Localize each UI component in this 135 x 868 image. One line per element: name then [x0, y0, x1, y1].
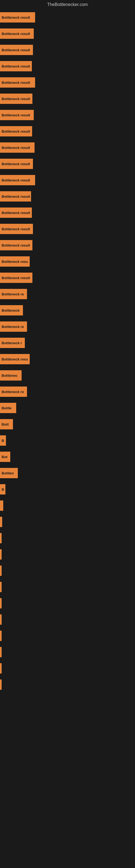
bar-38 [0, 631, 2, 641]
bar-31 [0, 517, 2, 527]
bar-label-27: Bot [2, 455, 8, 459]
bar-row-32 [0, 530, 135, 546]
bar-label-19: Bottleneck re [2, 325, 24, 329]
bar-label-5: Bottleneck result [2, 97, 30, 101]
bar-39 [0, 647, 2, 657]
bar-row-3: Bottleneck result [0, 58, 135, 74]
bar-label-10: Bottleneck result [2, 178, 30, 182]
bar-15: Bottleneck resu [0, 256, 30, 267]
bar-17: Bottleneck re [0, 289, 27, 299]
bar-18: Bottleneck [0, 305, 23, 315]
bar-33 [0, 549, 2, 560]
bar-row-23: Bottleneck re [0, 383, 135, 400]
bar-32 [0, 533, 2, 543]
bar-1: Bottleneck result [0, 29, 34, 39]
bar-23: Bottleneck re [0, 386, 27, 397]
bar-label-29: B [2, 488, 4, 492]
bar-label-20: Bottleneck r [2, 341, 22, 345]
bar-row-10: Bottleneck result [0, 172, 135, 188]
bar-row-22: Bottlenec [0, 367, 135, 383]
bar-26: B [0, 435, 6, 446]
bar-row-0: Bottleneck result [0, 9, 135, 26]
bar-row-14: Bottleneck result [0, 237, 135, 253]
bar-label-18: Bottleneck [2, 308, 19, 312]
bar-20: Bottleneck r [0, 338, 25, 348]
bar-10: Bottleneck result [0, 175, 35, 185]
bar-row-26: B [0, 432, 135, 448]
bar-row-15: Bottleneck resu [0, 253, 135, 270]
bar-row-29: B [0, 481, 135, 497]
bar-12: Bottleneck result [0, 208, 32, 218]
bar-29: B [0, 484, 5, 495]
bar-row-5: Bottleneck result [0, 91, 135, 107]
bar-row-12: Bottleneck result [0, 205, 135, 221]
site-title: TheBottlenecker.com [0, 0, 135, 9]
bar-label-0: Bottleneck result [2, 16, 30, 20]
bar-row-19: Bottleneck re [0, 318, 135, 335]
bar-41 [0, 680, 2, 690]
bar-row-21: Bottleneck resu [0, 351, 135, 367]
bar-19: Bottleneck re [0, 321, 27, 332]
bar-row-31 [0, 514, 135, 530]
bar-label-11: Bottleneck result [2, 194, 30, 198]
bar-row-4: Bottleneck result [0, 74, 135, 91]
bar-0: Bottleneck result [0, 12, 35, 23]
bar-27: Bot [0, 452, 10, 462]
bar-row-39 [0, 644, 135, 660]
bar-row-18: Bottleneck [0, 302, 135, 318]
bar-row-13: Bottleneck result [0, 221, 135, 237]
bar-row-41 [0, 677, 135, 693]
bar-label-6: Bottleneck result [2, 113, 30, 117]
bar-row-30 [0, 497, 135, 514]
bar-21: Bottleneck resu [0, 354, 30, 364]
bar-label-9: Bottleneck result [2, 162, 30, 166]
bar-label-13: Bottleneck result [2, 227, 30, 231]
bar-row-38 [0, 628, 135, 644]
bar-36 [0, 598, 2, 609]
bar-row-35 [0, 579, 135, 595]
bar-label-12: Bottleneck result [2, 211, 30, 215]
bar-label-15: Bottleneck resu [2, 259, 28, 264]
bar-row-27: Bot [0, 448, 135, 465]
bar-3: Bottleneck result [0, 61, 32, 71]
bar-row-25: Bott [0, 416, 135, 432]
bar-row-9: Bottleneck result [0, 156, 135, 172]
bar-label-26: B [2, 439, 4, 443]
bar-16: Bottleneck result [0, 273, 32, 283]
bar-row-8: Bottleneck result [0, 140, 135, 156]
bar-label-16: Bottleneck result [2, 276, 30, 280]
bar-row-11: Bottleneck result [0, 188, 135, 205]
bar-row-37 [0, 611, 135, 628]
bar-2: Bottleneck result [0, 45, 33, 55]
bar-7: Bottleneck result [0, 126, 32, 136]
bar-label-1: Bottleneck result [2, 32, 30, 36]
bar-row-33 [0, 546, 135, 563]
bar-label-14: Bottleneck result [2, 243, 30, 247]
bar-label-17: Bottleneck re [2, 292, 24, 296]
bar-34 [0, 565, 2, 576]
bar-40 [0, 663, 2, 674]
bar-row-6: Bottleneck result [0, 107, 135, 123]
bar-label-3: Bottleneck result [2, 64, 30, 68]
bar-row-7: Bottleneck result [0, 123, 135, 140]
bar-row-36 [0, 595, 135, 611]
bar-30 [0, 500, 3, 511]
bar-6: Bottleneck result [0, 110, 34, 120]
bar-4: Bottleneck result [0, 77, 35, 88]
bar-label-22: Bottlenec [2, 373, 17, 378]
bar-row-1: Bottleneck result [0, 26, 135, 42]
bar-24: Bottle [0, 403, 16, 413]
bar-row-34 [0, 563, 135, 579]
bar-35 [0, 582, 2, 592]
bar-28: Bottlen [0, 468, 18, 478]
bar-label-7: Bottleneck result [2, 129, 30, 133]
bar-label-4: Bottleneck result [2, 81, 30, 85]
bar-label-8: Bottleneck result [2, 146, 30, 150]
bar-9: Bottleneck result [0, 159, 33, 169]
bar-row-40 [0, 660, 135, 677]
bar-row-28: Bottlen [0, 465, 135, 481]
bar-13: Bottleneck result [0, 224, 33, 234]
bar-row-2: Bottleneck result [0, 42, 135, 58]
bar-row-16: Bottleneck result [0, 270, 135, 286]
bar-22: Bottlenec [0, 370, 21, 380]
